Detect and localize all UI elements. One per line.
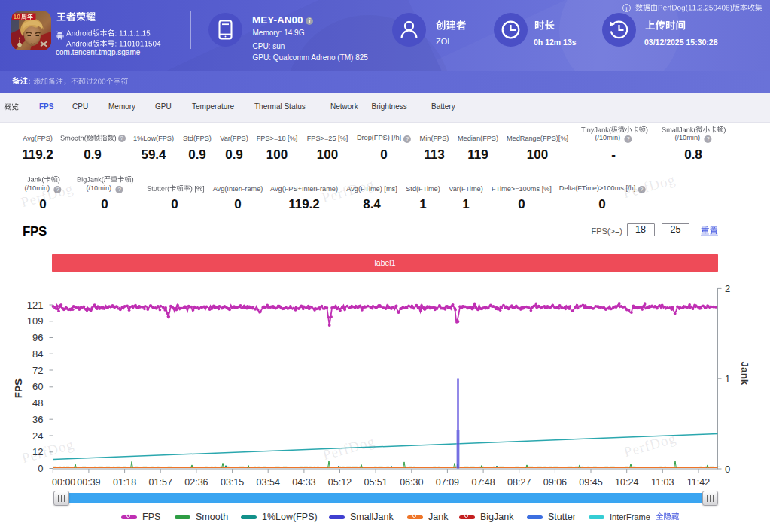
svg-text:1: 1 bbox=[725, 373, 730, 385]
svg-text:00:39: 00:39 bbox=[77, 477, 100, 488]
svg-text:05:51: 05:51 bbox=[364, 477, 387, 488]
svg-text:09:45: 09:45 bbox=[579, 477, 602, 488]
svg-text:06:30: 06:30 bbox=[400, 477, 423, 488]
svg-text:121: 121 bbox=[27, 299, 44, 311]
svg-text:11:03: 11:03 bbox=[651, 477, 674, 488]
svg-text:2: 2 bbox=[725, 283, 730, 294]
svg-text:01:57: 01:57 bbox=[149, 477, 172, 488]
svg-text:03:15: 03:15 bbox=[221, 477, 244, 488]
svg-text:10:24: 10:24 bbox=[615, 477, 638, 488]
svg-text:109: 109 bbox=[27, 315, 44, 327]
svg-text:48: 48 bbox=[32, 397, 43, 409]
svg-text:84: 84 bbox=[32, 348, 43, 360]
svg-text:03:54: 03:54 bbox=[257, 477, 280, 488]
svg-text:0: 0 bbox=[725, 464, 730, 475]
svg-text:02:36: 02:36 bbox=[184, 477, 208, 488]
svg-text:01:18: 01:18 bbox=[113, 477, 136, 488]
svg-text:36: 36 bbox=[32, 414, 43, 425]
svg-text:96: 96 bbox=[32, 332, 43, 343]
svg-text:24: 24 bbox=[32, 430, 43, 442]
svg-text:FPS: FPS bbox=[13, 378, 24, 398]
svg-text:60: 60 bbox=[32, 381, 43, 392]
svg-text:07:09: 07:09 bbox=[436, 477, 459, 488]
svg-text:00:00: 00:00 bbox=[52, 477, 75, 488]
svg-text:11:42: 11:42 bbox=[687, 477, 710, 488]
svg-text:Jank: Jank bbox=[739, 362, 750, 385]
svg-text:07:48: 07:48 bbox=[471, 477, 495, 488]
svg-text:05:12: 05:12 bbox=[328, 477, 352, 488]
svg-text:0: 0 bbox=[38, 463, 43, 474]
svg-text:04:33: 04:33 bbox=[292, 477, 315, 488]
svg-text:08:27: 08:27 bbox=[507, 477, 531, 488]
svg-text:72: 72 bbox=[32, 365, 43, 376]
svg-text:09:06: 09:06 bbox=[543, 477, 567, 488]
